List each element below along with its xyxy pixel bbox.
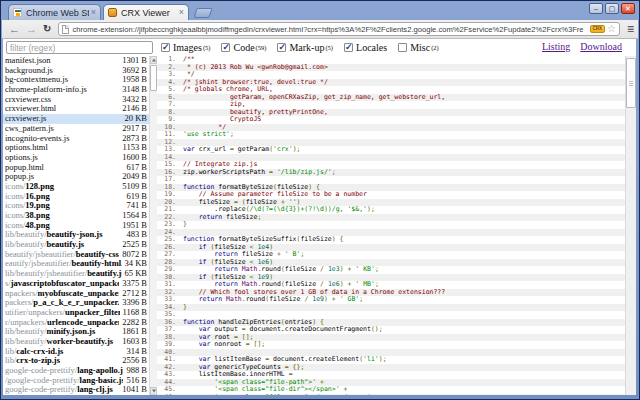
- tab-close-icon[interactable]: ×: [91, 8, 96, 17]
- code-line: 12.: [157, 139, 625, 147]
- file-name: lang-clj.js: [77, 385, 113, 394]
- scrollbar-thumb[interactable]: [626, 58, 636, 108]
- new-tab-button[interactable]: [193, 8, 212, 18]
- file-list-item[interactable]: s/javascriptobfuscator_unpacker.js3375 B: [3, 279, 149, 289]
- file-list-item[interactable]: bg-contextmenu.js1958 B: [3, 75, 149, 85]
- line-content: if (fileSize < 1e4): [183, 244, 625, 252]
- file-list-item[interactable]: incognito-events.js2873 B: [3, 134, 149, 144]
- filter-checkbox-mark-up[interactable]: Mark-up (5): [277, 42, 333, 53]
- file-size: 2712 B: [122, 289, 147, 299]
- file-list-item[interactable]: lib/crx-to-zip.js2556 B: [3, 356, 149, 366]
- address-bar[interactable]: chrome-extension://jifpbeccnghkjeaalbbjm…: [58, 22, 620, 36]
- file-name: lang-apollo.js: [77, 366, 123, 375]
- filter-checkbox-locales[interactable]: Locales: [344, 42, 387, 53]
- file-path: lib/beautify/jsbeautifier/beautify.js: [5, 269, 122, 279]
- tab-crx-viewer[interactable]: CRX Viewer ×: [103, 4, 189, 20]
- code-line: 2. * (c) 2013 Rob Wu <gwnRob@gmail.com>: [157, 64, 625, 72]
- scroll-up-icon[interactable]: [150, 56, 157, 64]
- back-button-icon[interactable]: ←: [9, 24, 20, 35]
- checked-checkbox-icon[interactable]: [221, 43, 230, 52]
- file-list-item[interactable]: options.js1600 B: [3, 153, 149, 163]
- file-list-item[interactable]: lib/beautify/worker-beautify.js1603 B: [3, 337, 149, 347]
- scrollbar-thumb[interactable]: [150, 65, 157, 91]
- file-list-item[interactable]: icons/19.png741 B: [3, 201, 149, 211]
- file-list-item[interactable]: beautify/jsbeautifier/beautify-css.js807…: [3, 250, 149, 260]
- listing-link[interactable]: Listing: [542, 41, 570, 52]
- code-line: 9. CryptoJS: [157, 116, 625, 124]
- file-list-item[interactable]: lib/calc-crx-id.js314 B: [3, 347, 149, 357]
- code-scrollbar[interactable]: [625, 56, 636, 395]
- url-text[interactable]: chrome-extension://jifpbeccnghkjeaalbbjm…: [72, 25, 587, 34]
- file-dir: beautify/jsbeautifier/: [5, 250, 76, 259]
- file-size: 1958 B: [122, 75, 147, 85]
- forward-button-icon[interactable]: →: [26, 24, 37, 35]
- checkbox-label: Locales: [356, 42, 387, 53]
- file-list-item[interactable]: popup.js2049 B: [3, 172, 149, 182]
- file-list-item[interactable]: crxviewer.css3432 B: [3, 95, 149, 105]
- maximize-button[interactable]: ▢: [605, 3, 619, 14]
- file-list-item[interactable]: crxviewer.js20 KB: [3, 114, 149, 124]
- bookmark-star-icon[interactable]: ☆: [607, 24, 616, 34]
- filter-checkbox-misc[interactable]: Misc (2): [398, 42, 439, 53]
- minimize-button[interactable]: –: [589, 3, 603, 14]
- filter-checkbox-images[interactable]: Images (5): [161, 42, 210, 53]
- file-list-item[interactable]: google-code-prettify/lang-apollo.js988 B: [3, 366, 149, 376]
- code-line: 44. '<span class="file-path">' +: [157, 379, 625, 387]
- file-size: 516 B: [126, 376, 147, 386]
- file-list-item[interactable]: lib/beautify/beautify.js2525 B: [3, 240, 149, 250]
- reload-button-icon[interactable]: ↻: [43, 24, 51, 34]
- line-content: '<span class="file-path">' +: [183, 379, 625, 387]
- checkbox-label: Code: [233, 42, 254, 53]
- checked-checkbox-icon[interactable]: [161, 43, 170, 52]
- file-list-item[interactable]: google-code-prettify/lang-clj.js1041 B: [3, 385, 149, 395]
- file-list-item[interactable]: lib/beautify/beautify-json.js483 B: [3, 230, 149, 240]
- file-list-item[interactable]: chrome-platform-info.js3148 B: [3, 85, 149, 95]
- filter-checkbox-code[interactable]: Code (59): [221, 42, 266, 53]
- line-content: beautify, prettyPrintOne,: [183, 109, 625, 117]
- checked-checkbox-icon[interactable]: [344, 43, 353, 52]
- file-list-item[interactable]: packers/p_a_c_k_e_r_unpacker.js3396 B: [3, 298, 149, 308]
- file-size: 1041 B: [122, 385, 147, 395]
- unchecked-checkbox-icon[interactable]: [398, 43, 407, 52]
- line-content: var nonroot = [];: [183, 341, 625, 349]
- file-list-scrollbar[interactable]: [149, 56, 157, 395]
- file-list-item[interactable]: icons/38.png1564 B: [3, 211, 149, 221]
- file-path: r/unpackers/urlencode_unpacker.js: [5, 318, 119, 328]
- file-list-item[interactable]: icons/48.png1951 B: [3, 221, 149, 231]
- filter-input[interactable]: [6, 41, 153, 54]
- file-list-item[interactable]: icons/16.png619 B: [3, 192, 149, 202]
- line-content: 'use strict';: [183, 131, 625, 139]
- file-dir: lib/: [5, 356, 16, 365]
- tab-close-icon[interactable]: ×: [179, 8, 184, 17]
- file-list-item[interactable]: /google-code-prettify/lang-basic.js516 B: [3, 376, 149, 386]
- tab-title: Chrome Web Store - C: [26, 8, 89, 18]
- download-link[interactable]: Download: [580, 41, 622, 52]
- code-line: 3. */: [157, 71, 625, 79]
- line-content: if (fileSize < 1e6): [183, 259, 625, 267]
- file-list-item[interactable]: lib/beautify/jsbeautifier/beautify.js65 …: [3, 269, 149, 279]
- file-list-item[interactable]: utifier/unpackers/unpacker_filter.js1168…: [3, 308, 149, 318]
- tab-chrome-web-store[interactable]: Chrome Web Store - C ×: [8, 4, 101, 20]
- file-list-item[interactable]: npackers/myobfuscate_unpacker.js2712 B: [3, 289, 149, 299]
- chrome-webstore-favicon-icon: [13, 8, 22, 17]
- close-button[interactable]: ✕: [621, 3, 635, 14]
- file-name: unpacker_filter.js: [65, 308, 120, 317]
- file-list-item[interactable]: icons/128.png5109 B: [3, 182, 149, 192]
- file-list-item[interactable]: lib/beautify/minify.json.js1861 B: [3, 327, 149, 337]
- code-line: 20. fileSize = (fileSize + ''): [157, 199, 625, 207]
- crx-page-action-icon[interactable]: CRX: [590, 25, 606, 34]
- file-list-item[interactable]: options.html1153 B: [3, 143, 149, 153]
- file-path: lib/calc-crx-id.js: [5, 347, 123, 357]
- file-list-item[interactable]: manifest.json1301 B: [3, 56, 149, 66]
- file-list-item[interactable]: popup.html617 B: [3, 163, 149, 173]
- crx-viewer-favicon-icon: [108, 8, 117, 17]
- checked-checkbox-icon[interactable]: [277, 43, 286, 52]
- file-list-item[interactable]: eautify/jsbeautifier/beautify-html.js34 …: [3, 259, 149, 269]
- file-list-item[interactable]: background.js3692 B: [3, 66, 149, 76]
- file-list-item[interactable]: cws_pattern.js2917 B: [3, 124, 149, 134]
- scroll-down-icon[interactable]: [150, 387, 157, 395]
- file-list-item[interactable]: r/unpackers/urlencode_unpacker.js2282 B: [3, 318, 149, 328]
- file-list-item[interactable]: crxviewer.html2146 B: [3, 104, 149, 114]
- file-size: 2282 B: [122, 318, 147, 328]
- chrome-menu-icon[interactable]: ≡: [627, 23, 634, 35]
